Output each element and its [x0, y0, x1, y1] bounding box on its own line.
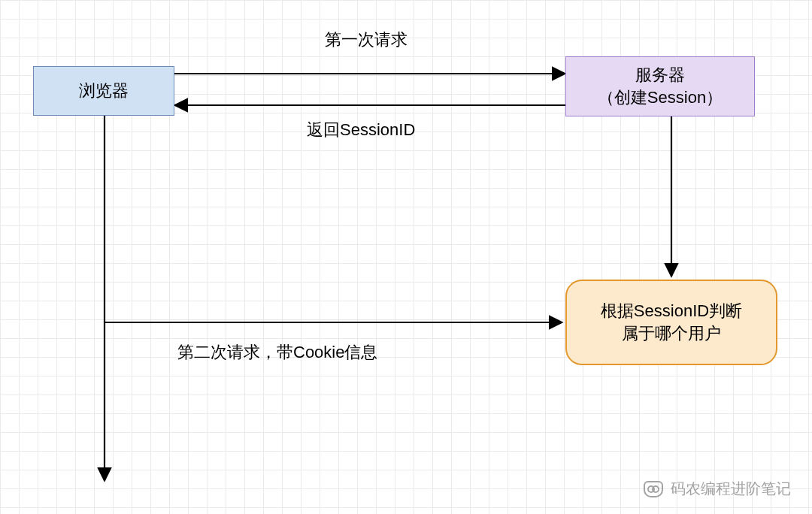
- label-first-request: 第一次请求: [325, 29, 408, 51]
- node-browser-label: 浏览器: [79, 80, 129, 102]
- label-second-request: 第二次请求，带Cookie信息: [177, 341, 377, 364]
- watermark-text: 码农编程进阶笔记: [671, 479, 791, 499]
- node-judge: 根据SessionID判断 属于哪个用户: [565, 280, 777, 365]
- node-judge-label: 根据SessionID判断 属于哪个用户: [601, 300, 742, 344]
- watermark: 码农编程进阶笔记: [644, 479, 791, 499]
- node-server: 服务器 （创建Session）: [565, 56, 755, 116]
- label-return-session-id: 返回SessionID: [307, 119, 415, 141]
- wechat-icon: [644, 481, 663, 497]
- node-server-label: 服务器 （创建Session）: [598, 64, 723, 108]
- node-browser: 浏览器: [33, 66, 174, 116]
